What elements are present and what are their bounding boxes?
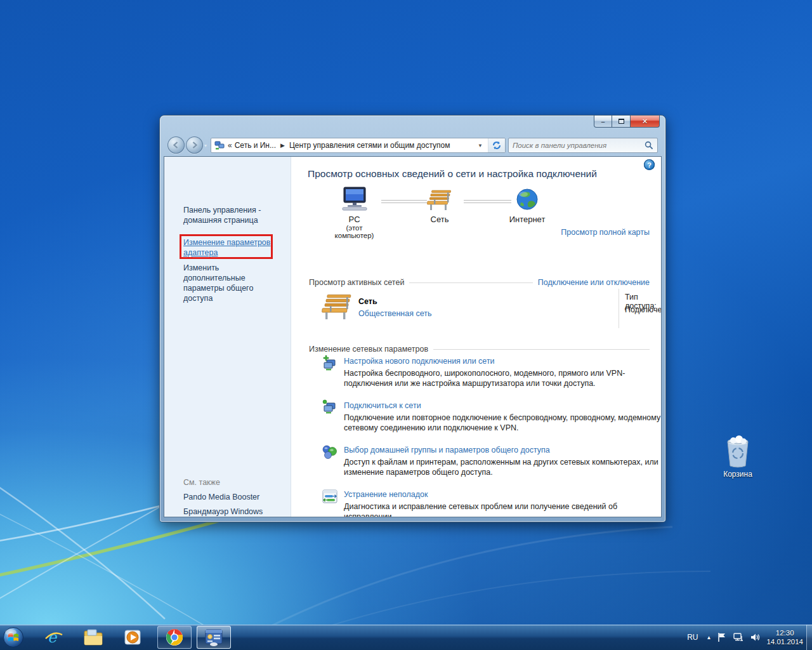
volume-icon[interactable] (750, 632, 761, 642)
map-connector (464, 200, 511, 203)
maximize-button[interactable] (612, 116, 631, 128)
sidebar-item-windows-firewall[interactable]: Брандмауэр Windows (183, 507, 282, 517)
homegroup-icon (322, 444, 338, 460)
map-node-sublabel: (этот компьютер) (331, 224, 378, 239)
navigation-toolbar: ▾ « Сеть и Ин... ▶ Центр управления сетя… (160, 135, 665, 156)
sidebar-item-advanced-sharing-settings[interactable]: Изменить дополнительные параметры общего… (183, 263, 282, 303)
connect-to-network-icon (322, 399, 338, 416)
homegroup-options-desc: Доступ к файлам и принтерам, расположенн… (344, 458, 662, 477)
language-indicator[interactable]: RU (684, 631, 700, 644)
media-player-button[interactable] (122, 627, 143, 648)
network-breadcrumb-icon (214, 140, 225, 150)
breadcrumb-current[interactable]: Центр управления сетями и общим доступом (288, 141, 452, 150)
help-icon[interactable]: ? (644, 159, 655, 170)
troubleshoot-link[interactable]: Устранение неполадок (344, 490, 428, 499)
svg-text:e: e (48, 628, 58, 646)
address-dropdown-icon[interactable]: ▼ (473, 138, 488, 152)
new-connection-icon (322, 355, 338, 371)
hidden-icons-button[interactable]: ▲ (707, 635, 712, 640)
action-center-flag-icon[interactable] (717, 632, 727, 642)
map-node-network[interactable]: Сеть (421, 189, 459, 224)
back-arrow-icon (172, 141, 180, 149)
network-bench-icon (320, 293, 353, 321)
caption-buttons: – ✕ (594, 116, 660, 128)
back-button[interactable] (167, 136, 185, 154)
breadcrumb-separator-icon: ▶ (277, 142, 288, 149)
breadcrumb-root[interactable]: Сеть и Ин... (233, 141, 277, 150)
window-content: Панель управления - домашняя страница Из… (164, 156, 662, 517)
minimize-button[interactable]: – (594, 116, 612, 128)
network-type-link[interactable]: Общественная сеть (358, 309, 431, 318)
chrome-icon (165, 628, 184, 647)
control-panel-icon (204, 628, 223, 646)
troubleshoot-icon (322, 488, 338, 505)
homegroup-options-link[interactable]: Выбор домашней группы и параметров общег… (344, 446, 550, 454)
network-tray-icon[interactable] (733, 632, 744, 642)
refresh-button[interactable] (488, 138, 505, 152)
internet-explorer-button[interactable]: e (43, 627, 65, 648)
system-tray: RU ▲ 12:30 14.01.2014 (684, 625, 809, 650)
sidebar: Панель управления - домашняя страница Из… (164, 157, 291, 517)
setup-new-connection-desc: Настройка беспроводного, широкополосного… (344, 369, 662, 388)
clock[interactable]: 12:30 14.01.2014 (766, 628, 809, 646)
search-input[interactable] (513, 142, 645, 149)
bench-icon (426, 189, 454, 211)
refresh-icon (492, 141, 501, 150)
main-pane: ? Просмотр основных сведений о сети и на… (291, 157, 661, 517)
map-node-label: Интернет (508, 215, 546, 224)
control-panel-taskbar-button[interactable] (197, 626, 231, 649)
forward-button[interactable] (186, 136, 203, 154)
start-button[interactable] (3, 627, 24, 648)
view-full-map-link[interactable]: Просмотр полной карты (561, 228, 650, 237)
connect-to-network-link[interactable]: Подключиться к сети (344, 401, 421, 410)
windows-start-icon (3, 627, 24, 648)
media-player-icon (123, 628, 142, 647)
setup-new-connection-link[interactable]: Настройка нового подключения или сети (344, 357, 495, 366)
search-box[interactable] (508, 138, 658, 153)
sidebar-item-control-panel-home[interactable]: Панель управления - домашняя страница (183, 205, 282, 225)
connect-disconnect-link[interactable]: Подключение или отключение (533, 278, 650, 287)
active-network-name: Сеть (358, 297, 377, 306)
connect-to-network-desc: Подключение или повторное подключение к … (344, 413, 662, 433)
computer-icon (340, 186, 369, 211)
troubleshoot-desc: Диагностика и исправление сетевых пробле… (344, 502, 662, 517)
map-node-label: Сеть (421, 215, 459, 224)
tray-date: 14.01.2014 (766, 637, 803, 646)
sidebar-item-change-adapter-settings[interactable]: Изменение параметров адаптера (183, 237, 272, 258)
page-title: Просмотр основных сведений о сети и наст… (308, 168, 597, 180)
address-bar[interactable]: « Сеть и Ин... ▶ Центр управления сетями… (211, 138, 506, 153)
forward-arrow-icon (190, 141, 199, 149)
windows-explorer-button[interactable] (82, 627, 104, 648)
see-also-header: См. также (183, 477, 282, 488)
folder-icon (83, 628, 103, 646)
connections-label: Подключения: (625, 305, 662, 314)
close-button[interactable]: ✕ (631, 116, 660, 128)
change-settings-header: Изменение сетевых параметров (309, 345, 433, 354)
recycle-bin[interactable]: Корзина (716, 435, 760, 479)
show-desktop-button[interactable] (806, 625, 812, 650)
search-icon[interactable] (645, 141, 653, 150)
maximize-icon (619, 119, 624, 124)
network-sharing-center-window: – ✕ ▾ « Сеть и Ин... ▶ Центр управления … (160, 116, 665, 522)
chrome-taskbar-button[interactable] (157, 626, 192, 649)
active-networks-header: Просмотр активных сетей (309, 278, 409, 287)
internet-explorer-icon: e (44, 628, 63, 647)
map-node-internet[interactable]: Интернет (508, 187, 546, 224)
map-node-pc[interactable]: PC (этот компьютер) (331, 186, 378, 239)
globe-icon (515, 187, 539, 211)
tray-time: 12:30 (766, 628, 803, 637)
recycle-bin-label: Корзина (716, 470, 760, 479)
taskbar: e (0, 625, 812, 650)
divider (619, 289, 619, 328)
recycle-bin-icon (723, 435, 753, 468)
sidebar-item-pando-media-booster[interactable]: Pando Media Booster (183, 492, 282, 502)
breadcrumb-overflow-icon[interactable]: « (225, 141, 233, 150)
map-node-label: PC (331, 215, 378, 224)
recent-pages-dropdown[interactable]: ▾ (204, 143, 207, 149)
